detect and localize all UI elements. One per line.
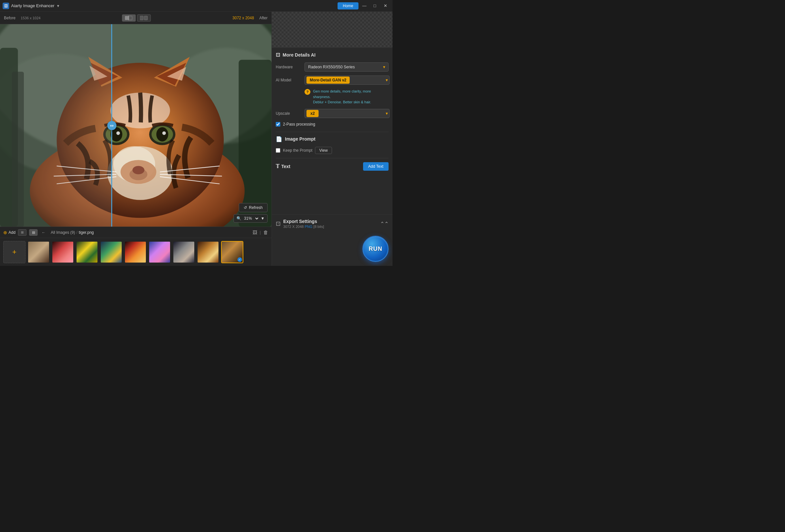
thumbnail-8[interactable] — [197, 241, 219, 263]
ai-model-select[interactable]: More-Detail GAN v2 — [305, 76, 389, 85]
before-size: 1536 x 1024 — [21, 16, 41, 20]
svg-rect-0 — [125, 16, 128, 20]
image-viewport: ⇔ ↺ Refresh 🔍 31% 50% 75% 100% — [0, 24, 272, 227]
title-bar: 🖼 Aiarty Image Enhancer ▼ Home — □ ✕ — [0, 0, 392, 12]
thumbnail-6[interactable] — [149, 241, 171, 263]
help-icon: ? — [305, 89, 310, 95]
thumbnail-3[interactable] — [76, 241, 98, 263]
thumbnails-strip: + — [0, 238, 272, 266]
home-button[interactable]: Home — [337, 2, 358, 9]
settings-panel: ⊡ More Details AI Hardware Radeon RX550/… — [272, 48, 392, 214]
side-by-side-button[interactable] — [137, 15, 151, 22]
ai-model-label: AI Model — [276, 78, 302, 82]
model-select-wrapper: More-Detail GAN v2 More-Detail GAN v2 — [305, 76, 389, 85]
text-title: Text — [281, 164, 290, 169]
image-count-divider: | — [260, 230, 261, 235]
center-area: Before 1536 x 1024 — [0, 12, 272, 266]
svg-point-27 — [156, 127, 168, 142]
zoom-control: 🔍 31% 50% 75% 100% ▼ — [233, 214, 268, 223]
add-plus-icon: ⊕ — [3, 230, 7, 235]
after-labels: 3072 x 2048 After — [232, 16, 268, 20]
text-icon: 𝕋 — [276, 163, 279, 169]
divider-2 — [276, 158, 388, 158]
zoom-icon: 🔍 — [236, 216, 242, 221]
thumbnail-4[interactable] — [100, 241, 122, 263]
after-size: 3072 x 2048 — [232, 16, 254, 20]
thumbnail-9[interactable]: ✓ — [221, 241, 243, 263]
upscale-select[interactable]: x2 x4 — [305, 109, 389, 118]
split-divider[interactable]: ⇔ — [111, 24, 112, 227]
prompt-icon: 📄 — [276, 136, 282, 142]
more-details-title: More Details AI — [283, 52, 315, 57]
after-label: After — [259, 16, 268, 20]
upscale-select-wrapper: x2 x4 x2 — [305, 109, 389, 118]
text-section: 𝕋 Text Add Text — [276, 162, 388, 171]
thumbnail-7[interactable] — [173, 241, 195, 263]
zoom-dropdown-arrow: ▼ — [261, 216, 264, 221]
svg-point-20 — [132, 166, 144, 175]
thumbnail-1[interactable] — [27, 241, 50, 263]
hardware-label: Hardware — [276, 65, 302, 69]
export-info-group: Export Settings 3072 X 2048 PNG [8 bits] — [283, 219, 324, 229]
export-panel: ⊡ Export Settings 3072 X 2048 PNG [8 bit… — [272, 214, 392, 232]
view-prompt-button[interactable]: View — [315, 147, 332, 154]
svg-rect-12 — [239, 60, 272, 227]
close-button[interactable]: ✕ — [381, 2, 390, 9]
title-bar-controls: Home — □ ✕ — [337, 2, 390, 9]
image-prompt-section-header: 📄 Image Prompt — [276, 136, 388, 142]
maximize-button[interactable]: □ — [370, 2, 379, 9]
details-icon: ⊡ — [276, 52, 280, 58]
refresh-button[interactable]: ↺ Refresh — [239, 203, 268, 212]
side-by-side-icon — [140, 16, 148, 20]
export-icon: ⊡ — [276, 220, 281, 227]
split-view-icon — [125, 16, 133, 20]
two-pass-label: 2-Pass processing — [283, 122, 315, 127]
image-count-icon: 🖼 — [253, 230, 257, 235]
export-collapse-button[interactable]: ⌃⌃ — [380, 221, 388, 227]
delete-button[interactable]: 🗑 — [263, 230, 268, 235]
hardware-select[interactable]: Radeon RX550/550 Series — [305, 62, 388, 72]
add-label: Add — [8, 230, 16, 235]
ai-model-row: AI Model More-Detail GAN v2 More-Detail … — [276, 76, 388, 85]
controls-overlay: ↺ Refresh 🔍 31% 50% 75% 100% ▼ — [233, 203, 268, 223]
svg-rect-3 — [140, 16, 143, 20]
grid-view-button[interactable]: ⊞ — [18, 229, 26, 236]
image-toolbar: Before 1536 x 1024 — [0, 12, 272, 24]
title-dropdown-arrow[interactable]: ▼ — [56, 4, 60, 8]
split-view-button[interactable] — [122, 15, 136, 22]
svg-point-24 — [117, 131, 120, 135]
export-title-area: ⊡ Export Settings 3072 X 2048 PNG [8 bit… — [276, 219, 324, 229]
zoom-select[interactable]: 31% 50% 75% 100% — [243, 216, 259, 221]
app-icon: 🖼 — [3, 3, 9, 9]
main-layout: Before 1536 x 1024 — [0, 12, 392, 266]
export-size: 3072 X 2048 — [283, 225, 304, 229]
divider-1 — [276, 132, 388, 132]
right-panel: ⊡ More Details AI Hardware Radeon RX550/… — [272, 12, 392, 266]
back-arrow-icon: ← — [42, 230, 46, 235]
list-view-button[interactable]: ▤ — [29, 229, 37, 236]
keep-prompt-label: Keep the Prompt — [283, 148, 312, 153]
upscale-label: Upscale — [276, 111, 302, 116]
before-label: Before — [4, 16, 16, 20]
add-image-button[interactable]: + — [3, 241, 26, 263]
export-header: ⊡ Export Settings 3072 X 2048 PNG [8 bit… — [276, 219, 388, 229]
view-toggle — [122, 15, 151, 22]
keep-prompt-checkbox[interactable] — [276, 148, 280, 153]
add-button[interactable]: ⊕ Add — [3, 230, 16, 235]
thumbnail-5[interactable] — [124, 241, 147, 263]
keep-prompt-row: Keep the Prompt View — [276, 147, 388, 154]
add-text-button[interactable]: Add Text — [363, 162, 388, 171]
thumbnail-2[interactable] — [52, 241, 74, 263]
breadcrumb-root[interactable]: All Images (9) — [51, 230, 75, 235]
minimize-button[interactable]: — — [360, 2, 369, 9]
breadcrumb-separator: / — [76, 230, 77, 235]
ai-model-help-row: ? Gen more details, more clarity, more s… — [305, 88, 388, 105]
two-pass-checkbox[interactable] — [276, 122, 280, 127]
breadcrumb: All Images (9) / tiger.png — [51, 230, 94, 235]
upscale-control-row: x2 x4 x2 ▼ — [305, 109, 388, 118]
two-pass-row: 2-Pass processing — [276, 122, 388, 127]
run-button[interactable]: RUN — [362, 236, 388, 262]
split-handle[interactable]: ⇔ — [107, 121, 117, 130]
filmstrip-toolbar: ⊕ Add ⊞ ▤ ← All Images (9) / tiger.png 🖼… — [0, 227, 272, 238]
tiger-image — [0, 24, 272, 227]
